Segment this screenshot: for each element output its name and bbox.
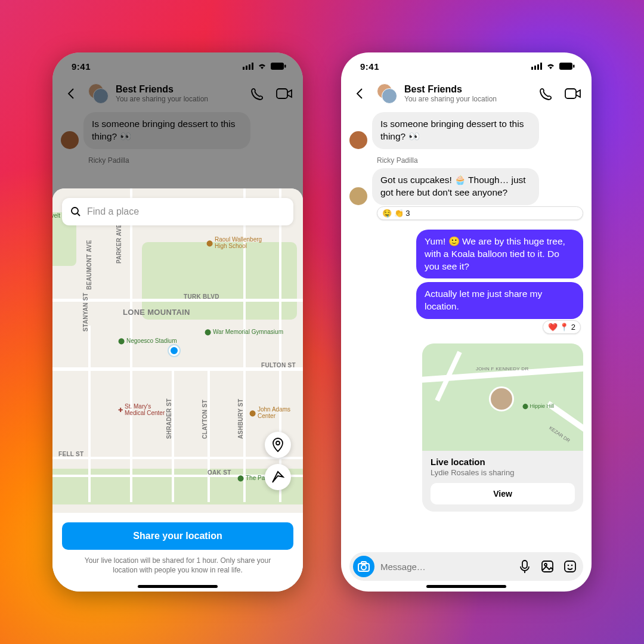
current-location-dot — [169, 345, 179, 356]
live-location-card[interactable]: JOHN F KENNEDY DR KEZAR DR ⬤ Hippie Hill… — [422, 343, 583, 512]
map-road-label: JOHN F KENNEDY DR — [476, 366, 529, 371]
svg-point-24 — [571, 565, 573, 566]
map-street-label: OAK ST — [208, 469, 231, 476]
map-street-label: FULTON ST — [261, 362, 296, 369]
svg-rect-9 — [531, 67, 533, 70]
recenter-button[interactable] — [265, 464, 291, 490]
map-street-label: PARKER AVE — [116, 224, 122, 264]
drop-pin-button[interactable] — [265, 432, 291, 458]
svg-rect-20 — [542, 561, 553, 572]
reaction-pill[interactable]: 🤤 👏 3 — [377, 206, 583, 220]
compass-icon — [271, 470, 284, 484]
svg-point-8 — [276, 441, 280, 445]
map-street-label: CLAYTON ST — [202, 400, 208, 439]
sender-name: Ricky Padilla — [377, 156, 583, 165]
map-street-label: STANYAN ST — [82, 293, 89, 332]
share-note: Your live location will be shared for 1 … — [62, 556, 293, 575]
chat-body-right: Is someone bringing dessert to this thin… — [341, 109, 592, 518]
status-time: 9:41 — [360, 61, 379, 72]
message-bubble[interactable]: Is someone bringing dessert to this thin… — [372, 112, 539, 149]
sticker-button[interactable] — [562, 558, 578, 575]
wifi-icon — [546, 63, 556, 70]
svg-rect-10 — [534, 66, 536, 70]
map-street-label: ASHBURY ST — [237, 399, 244, 439]
svg-rect-12 — [540, 63, 542, 70]
map-road-label: KEZAR DR — [548, 426, 571, 444]
share-location-button[interactable]: Share your location — [62, 522, 293, 550]
phone-right: 9:41 Best Friends You are sharing your l… — [341, 52, 592, 592]
location-sheet: LONE MOUNTAIN TURK BLVD FULTON ST FELL S… — [52, 188, 303, 592]
home-indicator — [426, 585, 506, 588]
map-search-input[interactable]: Find a place — [62, 198, 293, 225]
shared-user-avatar — [489, 386, 514, 411]
voice-call-button[interactable] — [535, 83, 556, 104]
map-street-label: TURK BLVD — [184, 293, 219, 300]
gallery-button[interactable] — [539, 558, 556, 575]
home-indicator — [138, 585, 218, 588]
location-subtitle: Lydie Rosales is sharing — [431, 468, 575, 477]
camera-icon — [358, 561, 370, 572]
message-bubble-me[interactable]: Actually let me just share my location. — [416, 282, 583, 319]
svg-rect-13 — [559, 63, 572, 70]
svg-point-17 — [361, 565, 366, 570]
location-map-thumb: JOHN F KENNEDY DR KEZAR DR ⬤ Hippie Hill — [422, 343, 583, 451]
map-poi-label: ⬤ Hippie Hill — [522, 403, 554, 409]
battery-icon — [559, 63, 575, 70]
status-icons — [531, 63, 575, 70]
chat-subtitle: You are sharing your location — [404, 95, 528, 103]
search-icon — [70, 206, 81, 217]
svg-point-21 — [544, 564, 547, 566]
map-poi: ⬤ War Memorial Gymnasium — [205, 329, 283, 335]
svg-rect-15 — [565, 89, 576, 98]
location-title: Live location — [431, 457, 575, 467]
group-avatar[interactable] — [377, 83, 397, 104]
reaction-pill[interactable]: ❤️ 📍 2 — [543, 320, 581, 334]
map-poi: ⬤ Negoesco Stadium — [118, 338, 177, 344]
message-composer[interactable]: Message… — [349, 552, 583, 581]
back-button[interactable] — [349, 83, 370, 104]
avatar[interactable] — [349, 131, 367, 149]
mic-button[interactable] — [516, 558, 533, 575]
map-street-label: BEAUMONT AVE — [86, 240, 92, 290]
map-street-label: FELL ST — [58, 451, 83, 457]
view-location-button[interactable]: View — [431, 483, 575, 504]
message-bubble-me[interactable]: Yum! 🙂 We are by this huge tree, with a … — [416, 230, 583, 279]
svg-point-7 — [72, 208, 78, 214]
map-poi: ✚ St. Mary's Medical Center — [118, 403, 166, 416]
svg-rect-11 — [537, 64, 539, 70]
video-call-button[interactable] — [563, 83, 583, 104]
pin-icon — [271, 437, 284, 453]
phone-left: 9:41 Best Friends You are sharing your l… — [52, 52, 303, 592]
camera-button[interactable] — [353, 556, 374, 577]
svg-rect-14 — [573, 65, 575, 68]
svg-rect-22 — [565, 561, 575, 572]
sheet-footer: Share your location Your live location w… — [52, 513, 303, 592]
svg-point-23 — [568, 565, 569, 566]
map-street-label: SHRADER ST — [166, 398, 172, 439]
svg-rect-19 — [522, 561, 527, 568]
message-bubble[interactable]: Got us cupcakes! 🧁 Though… just got here… — [372, 168, 539, 205]
avatar[interactable] — [349, 187, 367, 205]
chat-header: Best Friends You are sharing your locati… — [341, 80, 592, 109]
search-placeholder: Find a place — [87, 206, 139, 217]
map-area-label: LONE MOUNTAIN — [123, 308, 190, 317]
map-poi: ⬤ John Adams Center — [249, 406, 291, 419]
map-poi: ⬤ Raoul Wallenberg High School — [206, 236, 272, 249]
chat-title: Best Friends — [404, 84, 528, 95]
cellular-icon — [531, 63, 542, 70]
composer-placeholder: Message… — [380, 562, 510, 572]
status-bar: 9:41 — [341, 52, 592, 80]
